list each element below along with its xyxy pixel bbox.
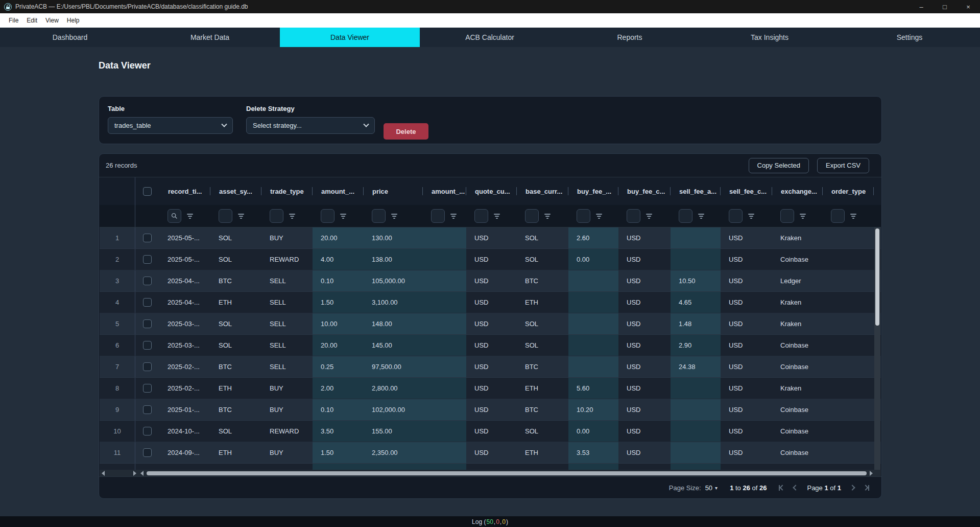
cell-base_currency[interactable]: SOL xyxy=(517,227,568,248)
cell-asset_symbol[interactable]: BTC xyxy=(210,399,261,420)
cell-sell_fee_currency[interactable]: USD xyxy=(721,356,772,377)
filter-input-order_type[interactable] xyxy=(831,209,845,223)
cell-trade_type[interactable]: REWARD xyxy=(261,421,313,442)
cell-amount_2[interactable] xyxy=(423,356,466,377)
cell-quote_currency[interactable]: USD xyxy=(466,313,517,334)
filter-menu-icon[interactable] xyxy=(340,214,346,219)
cell-amount_2[interactable] xyxy=(423,335,466,356)
cell-sell_fee_amount[interactable] xyxy=(671,442,721,463)
filter-input-base_currency[interactable] xyxy=(525,209,539,223)
column-header-quote_currency[interactable]: quote_cu... xyxy=(466,177,517,205)
cell-buy_fee_currency[interactable]: USD xyxy=(618,249,671,270)
row-checkbox[interactable] xyxy=(143,277,152,285)
first-page-button[interactable] xyxy=(779,485,784,491)
filter-menu-icon[interactable] xyxy=(748,214,754,219)
cell-buy_fee_amount[interactable] xyxy=(568,292,618,313)
cell-sell_fee_currency[interactable]: USD xyxy=(721,313,772,334)
filter-input-sell_fee_amount[interactable] xyxy=(679,209,692,223)
column-header-asset_symbol[interactable]: asset_sy... xyxy=(210,177,261,205)
cell-asset_symbol[interactable]: ETH xyxy=(210,292,261,313)
tab-data-viewer[interactable]: Data Viewer xyxy=(280,28,420,47)
close-button[interactable]: × xyxy=(957,0,980,13)
filter-menu-icon[interactable] xyxy=(698,214,704,219)
menu-item-help[interactable]: Help xyxy=(63,17,84,24)
cell-asset_symbol[interactable]: BTC xyxy=(210,356,261,377)
cell-price[interactable]: 130.00 xyxy=(364,227,423,248)
column-header-buy_fee_amount[interactable]: buy_fee_... xyxy=(568,177,618,205)
cell-buy_fee_currency[interactable]: USD xyxy=(618,399,671,420)
row-checkbox[interactable] xyxy=(143,298,152,307)
cell-buy_fee_currency[interactable]: USD xyxy=(618,227,671,248)
scroll-left-icon[interactable] xyxy=(140,471,144,476)
cell-order_type[interactable] xyxy=(823,249,874,270)
cell-asset_symbol[interactable]: SOL xyxy=(210,249,261,270)
filter-input-price[interactable] xyxy=(372,209,386,223)
cell-exchange[interactable]: Kraken xyxy=(772,313,823,334)
cell-quote_currency[interactable]: USD xyxy=(466,356,517,377)
cell-buy_fee_amount[interactable]: 10.20 xyxy=(568,399,618,420)
cell-amount_1[interactable]: 2.00 xyxy=(313,378,364,399)
filter-input-buy_fee_currency[interactable] xyxy=(627,209,640,223)
cell-sell_fee_amount[interactable] xyxy=(671,399,721,420)
cell-buy_fee_amount[interactable]: 0.00 xyxy=(568,249,618,270)
filter-menu-icon[interactable] xyxy=(646,214,652,219)
scroll-right-icon[interactable] xyxy=(133,471,136,476)
cell-amount_1[interactable]: 0.25 xyxy=(313,356,364,377)
cell-asset_symbol[interactable]: SOL xyxy=(210,421,261,442)
column-header-buy_fee_currency[interactable]: buy_fee_c... xyxy=(618,177,671,205)
cell-sell_fee_currency[interactable]: USD xyxy=(721,442,772,463)
cell-sell_fee_amount[interactable]: 2.90 xyxy=(671,335,721,356)
cell-quote_currency[interactable]: USD xyxy=(466,421,517,442)
cell-amount_1[interactable]: 4.00 xyxy=(313,249,364,270)
cell-record_timestamp[interactable]: 2025-04-... xyxy=(159,292,210,313)
cell-order_type[interactable] xyxy=(823,378,874,399)
filter-menu-icon[interactable] xyxy=(391,214,397,219)
cell-sell_fee_currency[interactable]: USD xyxy=(721,292,772,313)
cell-order_type[interactable] xyxy=(823,227,874,248)
cell-sell_fee_currency[interactable]: USD xyxy=(721,227,772,248)
cell-amount_1[interactable]: 3.50 xyxy=(313,421,364,442)
filter-menu-icon[interactable] xyxy=(187,214,193,219)
column-header-price[interactable]: price xyxy=(364,177,423,205)
cell-amount_2[interactable] xyxy=(423,270,466,291)
cell-sell_fee_currency[interactable]: USD xyxy=(721,399,772,420)
cell-sell_fee_amount[interactable] xyxy=(671,421,721,442)
cell-buy_fee_currency[interactable]: USD xyxy=(618,313,671,334)
cell-buy_fee_currency[interactable]: USD xyxy=(618,335,671,356)
filter-input-trade_type[interactable] xyxy=(270,209,283,223)
cell-buy_fee_amount[interactable]: 2.60 xyxy=(568,227,618,248)
cell-amount_1[interactable]: 1.50 xyxy=(313,442,364,463)
cell-trade_type[interactable]: BUY xyxy=(261,378,313,399)
column-header-amount_1[interactable]: amount_... xyxy=(313,177,364,205)
cell-amount_1[interactable]: 1.50 xyxy=(313,292,364,313)
export-csv-button[interactable]: Export CSV xyxy=(817,158,869,173)
horizontal-scrollbar-thumb[interactable] xyxy=(147,471,867,475)
cell-base_currency[interactable]: ETH xyxy=(517,442,568,463)
cell-price[interactable]: 102,000.00 xyxy=(364,399,423,420)
cell-sell_fee_currency[interactable]: USD xyxy=(721,249,772,270)
cell-price[interactable]: 138.00 xyxy=(364,249,423,270)
cell-exchange[interactable]: Coinbase xyxy=(772,399,823,420)
minimize-button[interactable]: – xyxy=(910,0,933,13)
select-all-checkbox[interactable] xyxy=(143,187,152,196)
filter-input-amount_2[interactable] xyxy=(431,209,445,223)
next-page-button[interactable] xyxy=(849,485,855,490)
row-checkbox[interactable] xyxy=(143,341,152,350)
cell-record_timestamp[interactable]: 2025-02-... xyxy=(159,378,210,399)
row-checkbox[interactable] xyxy=(143,255,152,264)
cell-order_type[interactable] xyxy=(823,399,874,420)
cell-amount_2[interactable] xyxy=(423,442,466,463)
tab-tax-insights[interactable]: Tax Insights xyxy=(700,28,840,47)
cell-sell_fee_currency[interactable]: USD xyxy=(721,270,772,291)
tab-reports[interactable]: Reports xyxy=(560,28,700,47)
cell-price[interactable]: 3,100.00 xyxy=(364,292,423,313)
tab-acb-calculator[interactable]: ACB Calculator xyxy=(420,28,560,47)
cell-price[interactable]: 145.00 xyxy=(364,335,423,356)
cell-amount_1[interactable]: 20.00 xyxy=(313,335,364,356)
filter-menu-icon[interactable] xyxy=(544,214,551,219)
cell-order_type[interactable] xyxy=(823,421,874,442)
scroll-right-icon[interactable] xyxy=(870,471,873,476)
cell-base_currency[interactable]: ETH xyxy=(517,378,568,399)
strategy-select[interactable]: Select strategy... xyxy=(246,117,375,134)
filter-menu-icon[interactable] xyxy=(596,214,602,219)
